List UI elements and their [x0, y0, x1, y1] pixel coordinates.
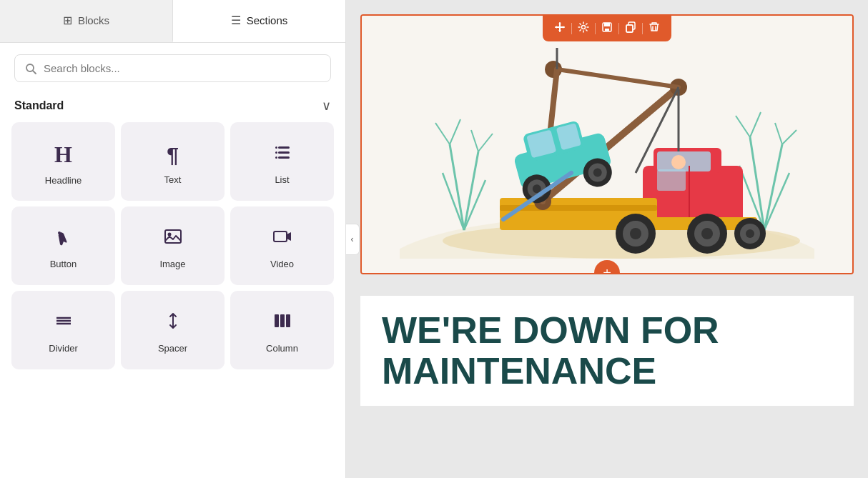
svg-line-1 — [33, 71, 36, 74]
svg-rect-11 — [274, 231, 287, 242]
svg-rect-2 — [278, 146, 290, 149]
maintenance-heading-line1: WE'RE DOWN FOR — [382, 309, 719, 351]
tab-bar: ⊞ Blocks ☰ Sections — [0, 0, 345, 43]
svg-rect-9 — [165, 230, 181, 243]
sections-tab-icon: ☰ — [231, 14, 241, 27]
svg-line-30 — [464, 180, 485, 230]
block-toolbar — [543, 16, 671, 41]
svg-line-29 — [443, 173, 464, 230]
block-label-video: Video — [270, 259, 294, 269]
maintenance-heading-line2: MAINTENANCE — [382, 350, 656, 392]
block-item-spacer[interactable]: Spacer — [121, 291, 225, 369]
headline-icon: H — [54, 141, 72, 168]
svg-point-10 — [167, 233, 171, 236]
block-item-list[interactable]: List — [230, 122, 334, 201]
svg-rect-5 — [275, 146, 277, 149]
text-icon: ¶ — [167, 143, 179, 167]
block-label-headline: Headline — [45, 175, 82, 186]
svg-line-39 — [736, 116, 750, 137]
tab-blocks[interactable]: ⊞ Blocks — [0, 0, 173, 42]
tab-blocks-label: Blocks — [78, 14, 109, 26]
block-item-image[interactable]: Image — [121, 206, 225, 285]
block-label-divider: Divider — [49, 343, 77, 354]
svg-point-19 — [582, 26, 586, 29]
button-icon — [54, 226, 74, 252]
list-icon — [272, 142, 292, 167]
block-item-headline[interactable]: H Headline — [11, 122, 115, 201]
svg-rect-47 — [657, 169, 686, 191]
block-label-image: Image — [159, 259, 185, 269]
maintenance-heading: WE'RE DOWN FOR MAINTENANCE — [382, 310, 832, 392]
svg-line-27 — [450, 144, 464, 230]
standard-section-title: Standard — [14, 99, 64, 112]
tab-sections-label: Sections — [247, 14, 288, 26]
spacer-icon — [163, 311, 183, 336]
search-area — [0, 43, 345, 94]
svg-line-36 — [764, 144, 782, 230]
svg-rect-21 — [604, 23, 610, 26]
svg-rect-22 — [605, 29, 609, 31]
collapse-panel-button[interactable]: ‹ — [346, 224, 360, 255]
svg-rect-17 — [280, 314, 285, 327]
tab-sections[interactable]: ☰ Sections — [173, 0, 345, 42]
maintenance-illustration — [362, 16, 852, 273]
svg-line-41 — [775, 123, 782, 144]
svg-line-28 — [464, 151, 478, 230]
block-item-divider[interactable]: Divider — [11, 291, 115, 369]
svg-line-33 — [471, 130, 478, 151]
block-label-column: Column — [266, 343, 298, 354]
image-icon — [163, 226, 183, 252]
svg-point-81 — [671, 155, 686, 169]
video-icon — [272, 226, 292, 252]
block-label-button: Button — [50, 259, 77, 269]
svg-line-42 — [782, 130, 797, 144]
svg-line-31 — [435, 123, 450, 144]
search-icon — [25, 63, 36, 74]
standard-section-header: Standard ∨ — [0, 94, 345, 122]
blocks-tab-icon: ⊞ — [63, 14, 72, 27]
block-item-text[interactable]: ¶ Text — [121, 122, 225, 201]
move-icon[interactable] — [553, 20, 567, 37]
block-label-list: List — [275, 174, 289, 185]
svg-rect-16 — [275, 314, 279, 327]
search-input[interactable] — [44, 62, 320, 74]
column-icon — [272, 311, 292, 336]
svg-line-40 — [750, 112, 761, 137]
svg-line-38 — [764, 173, 789, 230]
settings-icon[interactable] — [576, 20, 591, 37]
search-box — [14, 54, 331, 82]
standard-chevron[interactable]: ∨ — [322, 98, 331, 114]
svg-line-32 — [450, 119, 460, 144]
svg-line-35 — [750, 137, 764, 230]
svg-rect-6 — [275, 151, 277, 154]
block-label-spacer: Spacer — [158, 343, 187, 354]
svg-rect-3 — [278, 151, 290, 154]
svg-line-67 — [557, 69, 679, 87]
delete-icon[interactable] — [647, 20, 661, 37]
svg-rect-18 — [286, 314, 290, 327]
save-block-icon[interactable] — [600, 20, 614, 37]
toolbar-divider-2 — [595, 23, 596, 34]
block-item-column[interactable]: Column — [230, 291, 334, 369]
collapse-arrow-icon: ‹ — [351, 234, 354, 244]
svg-rect-24 — [626, 25, 633, 32]
block-item-button[interactable]: Button — [11, 206, 115, 285]
block-item-video[interactable]: Video — [230, 206, 334, 285]
copy-icon[interactable] — [623, 20, 638, 37]
svg-line-34 — [478, 134, 493, 151]
divider-icon — [54, 311, 74, 336]
preview-area: + WE'RE DOWN FOR MAINTENANCE — [346, 0, 868, 478]
image-block[interactable]: + — [360, 14, 854, 274]
toolbar-divider-1 — [571, 23, 572, 34]
left-panel: ⊞ Blocks ☰ Sections Standard ∨ H Headlin… — [0, 0, 346, 478]
svg-point-8 — [58, 231, 61, 234]
svg-rect-4 — [278, 156, 290, 159]
blocks-grid: H Headline ¶ Text List — [0, 122, 345, 369]
toolbar-divider-3 — [618, 23, 619, 34]
maintenance-text-block: WE'RE DOWN FOR MAINTENANCE — [360, 296, 854, 406]
toolbar-divider-4 — [642, 23, 643, 34]
block-label-text: Text — [164, 174, 182, 185]
svg-rect-7 — [275, 156, 277, 159]
svg-point-57 — [630, 228, 641, 239]
right-panel: ‹ — [346, 0, 868, 478]
